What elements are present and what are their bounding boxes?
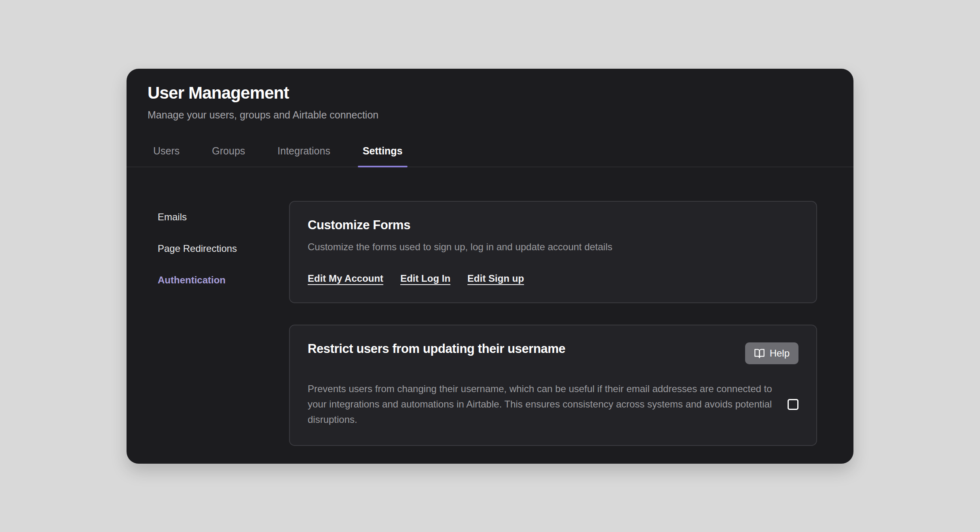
tab-users[interactable]: Users bbox=[148, 145, 185, 167]
help-button[interactable]: Help bbox=[745, 342, 798, 364]
panel-header: User Management Manage your users, group… bbox=[127, 69, 853, 121]
tab-integrations-label: Integrations bbox=[277, 145, 330, 156]
tab-users-label: Users bbox=[153, 145, 180, 156]
sidebar-item-page-redirections[interactable]: Page Redirections bbox=[158, 243, 237, 255]
customize-forms-links: Edit My Account Edit Log In Edit Sign up bbox=[308, 273, 798, 284]
customize-forms-description: Customize the forms used to sign up, log… bbox=[308, 240, 798, 254]
edit-log-in-link[interactable]: Edit Log In bbox=[400, 273, 450, 284]
tab-settings-label: Settings bbox=[363, 145, 403, 156]
restrict-username-title: Restrict users from updating their usern… bbox=[308, 342, 565, 356]
restrict-username-description: Prevents users from changing their usern… bbox=[308, 381, 773, 427]
tab-integrations[interactable]: Integrations bbox=[272, 145, 336, 167]
user-management-panel: User Management Manage your users, group… bbox=[127, 69, 853, 464]
tab-groups[interactable]: Groups bbox=[206, 145, 251, 167]
edit-my-account-link[interactable]: Edit My Account bbox=[308, 273, 383, 284]
restrict-username-checkbox[interactable] bbox=[788, 399, 798, 410]
customize-forms-card: Customize Forms Customize the forms used… bbox=[289, 201, 817, 303]
book-open-icon bbox=[754, 348, 765, 359]
settings-sidebar: Emails Page Redirections Authentication bbox=[158, 211, 237, 286]
sidebar-item-authentication[interactable]: Authentication bbox=[158, 274, 237, 286]
page-subtitle: Manage your users, groups and Airtable c… bbox=[148, 109, 832, 121]
tab-groups-label: Groups bbox=[212, 145, 245, 156]
tab-settings[interactable]: Settings bbox=[357, 145, 408, 167]
edit-sign-up-link[interactable]: Edit Sign up bbox=[467, 273, 524, 284]
tab-bar: Users Groups Integrations Settings bbox=[127, 145, 853, 167]
restrict-username-card: Restrict users from updating their usern… bbox=[289, 325, 817, 446]
page-title: User Management bbox=[148, 83, 832, 103]
sidebar-item-emails[interactable]: Emails bbox=[158, 211, 237, 223]
customize-forms-title: Customize Forms bbox=[308, 218, 798, 232]
active-tab-underline bbox=[358, 166, 408, 167]
help-button-label: Help bbox=[770, 348, 790, 359]
restrict-username-body: Prevents users from changing their usern… bbox=[308, 381, 798, 427]
restrict-username-header: Restrict users from updating their usern… bbox=[308, 342, 798, 364]
